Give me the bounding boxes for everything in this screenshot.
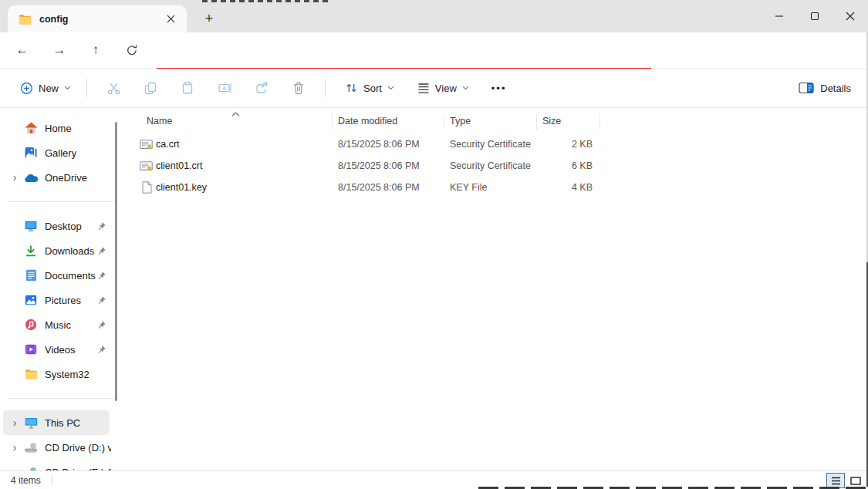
onedrive-cloud-icon xyxy=(22,173,40,183)
certificate-file-icon xyxy=(140,139,153,150)
rename-button[interactable]: A xyxy=(209,75,240,101)
details-pane-icon xyxy=(799,82,814,94)
column-header-type[interactable]: Type xyxy=(450,116,471,126)
expand-chevron-icon[interactable]: › xyxy=(8,441,22,454)
videos-icon xyxy=(22,344,40,355)
sidebar-scrollbar[interactable] xyxy=(115,122,117,401)
command-toolbar: New A Sort View xyxy=(0,69,868,108)
explorer-tab[interactable]: config xyxy=(8,5,187,32)
sidebar-item-this-pc[interactable]: › This PC xyxy=(3,410,110,435)
share-icon xyxy=(255,81,269,95)
file-row-client01-crt[interactable]: client01.crt 8/15/2025 8:06 PM Security … xyxy=(123,155,602,177)
this-pc-icon xyxy=(22,417,40,429)
pin-icon xyxy=(96,271,106,281)
sidebar-divider xyxy=(8,398,114,399)
documents-icon xyxy=(22,269,40,282)
file-row-ca-crt[interactable]: ca.crt 8/15/2025 8:06 PM Security Certif… xyxy=(123,133,602,155)
view-button[interactable]: View xyxy=(410,77,476,99)
sidebar-item-cd-drive-e[interactable]: › CD Drive (E:) CC xyxy=(0,460,111,470)
home-icon xyxy=(22,122,40,134)
file-list-area: Name Date modified Type Size ca.crt 8/15… xyxy=(123,108,866,470)
sort-button[interactable]: Sort xyxy=(338,76,401,99)
pin-icon xyxy=(96,320,106,330)
column-divider[interactable] xyxy=(599,114,600,130)
column-divider[interactable] xyxy=(444,114,444,130)
expand-chevron-icon[interactable]: › xyxy=(8,171,22,184)
copy-button[interactable] xyxy=(135,75,166,101)
sidebar-item-onedrive[interactable]: › OneDrive xyxy=(0,165,111,190)
pin-icon xyxy=(96,221,106,231)
chevron-down-icon xyxy=(387,86,394,90)
sidebar-item-videos[interactable]: Videos xyxy=(0,337,111,362)
sort-ascending-caret-icon xyxy=(231,108,240,119)
plus-circle-icon xyxy=(20,82,33,95)
desktop-icon xyxy=(22,221,40,232)
sidebar-item-music[interactable]: Music xyxy=(0,312,111,337)
details-pane-toggle[interactable]: Details xyxy=(799,82,851,94)
large-icons-view-toggle[interactable] xyxy=(846,473,865,488)
tab-title: config xyxy=(39,14,162,25)
column-header-size[interactable]: Size xyxy=(542,116,561,126)
sidebar-divider xyxy=(8,201,114,202)
column-divider[interactable] xyxy=(332,114,333,130)
new-tab-button[interactable]: + xyxy=(199,8,219,29)
title-bar: config + xyxy=(0,0,868,32)
scissors-icon xyxy=(106,81,121,96)
folder-icon xyxy=(19,14,32,25)
file-list-header: Name Date modified Type Size xyxy=(123,110,866,132)
chevron-down-icon xyxy=(462,86,469,90)
view-label: View xyxy=(435,83,457,94)
address-row: ← → ↑ › This PC › Local Disk (C:) › User… xyxy=(0,32,868,69)
rename-icon: A xyxy=(218,81,232,95)
window-controls xyxy=(762,0,868,32)
sidebar-item-downloads[interactable]: Downloads xyxy=(0,238,111,263)
back-button[interactable]: ← xyxy=(11,39,34,62)
new-button-label: New xyxy=(39,83,59,94)
view-lines-icon xyxy=(417,83,430,94)
forward-button[interactable]: → xyxy=(48,39,71,62)
share-button[interactable] xyxy=(246,75,277,101)
maximize-button[interactable] xyxy=(797,0,833,32)
pin-icon xyxy=(96,295,106,305)
svg-text:A: A xyxy=(222,85,226,92)
new-button[interactable]: New xyxy=(12,77,79,99)
pin-icon xyxy=(96,246,106,256)
column-header-date-modified[interactable]: Date modified xyxy=(338,116,397,126)
cut-button[interactable] xyxy=(98,75,129,101)
delete-button[interactable] xyxy=(283,75,314,101)
file-row-client01-key[interactable]: client01.key 8/15/2025 8:06 PM KEY File … xyxy=(123,177,602,198)
sidebar-item-pictures[interactable]: Pictures xyxy=(0,288,111,312)
tab-close-icon[interactable] xyxy=(162,11,179,28)
details-view-icon xyxy=(831,477,841,485)
paste-button[interactable] xyxy=(172,75,203,101)
pictures-icon xyxy=(22,295,40,305)
sidebar-item-system32[interactable]: System32 xyxy=(0,362,111,386)
certificate-file-icon xyxy=(140,160,153,172)
column-divider[interactable] xyxy=(536,114,537,130)
sidebar-item-cd-drive-d[interactable]: › CD Drive (D:) vir xyxy=(0,435,111,460)
sort-label: Sort xyxy=(363,83,382,94)
up-button[interactable]: ↑ xyxy=(84,39,107,62)
copy-icon xyxy=(144,81,157,95)
paste-icon xyxy=(181,81,194,95)
items-count: 4 items xyxy=(11,475,41,486)
more-options-button[interactable]: ••• xyxy=(484,78,515,99)
sidebar-item-gallery[interactable]: Gallery xyxy=(0,140,111,165)
details-view-toggle[interactable] xyxy=(826,473,845,488)
navigation-sidebar: Home Gallery › OneDrive xyxy=(0,108,123,470)
sort-arrows-icon xyxy=(345,82,358,94)
plain-file-icon xyxy=(142,181,152,194)
pin-icon xyxy=(96,345,106,355)
refresh-button[interactable] xyxy=(120,39,144,62)
sidebar-item-documents[interactable]: Documents xyxy=(0,263,111,288)
column-header-name[interactable]: Name xyxy=(147,116,172,126)
sidebar-item-desktop[interactable]: Desktop xyxy=(0,214,111,238)
expand-chevron-icon[interactable]: › xyxy=(8,416,22,429)
minimize-button[interactable] xyxy=(762,0,797,32)
large-icons-view-icon xyxy=(850,477,861,485)
music-icon xyxy=(22,319,40,331)
sidebar-item-home[interactable]: Home xyxy=(0,116,111,140)
close-button[interactable] xyxy=(833,0,868,32)
status-divider xyxy=(52,475,52,486)
toolbar-divider xyxy=(325,79,326,97)
